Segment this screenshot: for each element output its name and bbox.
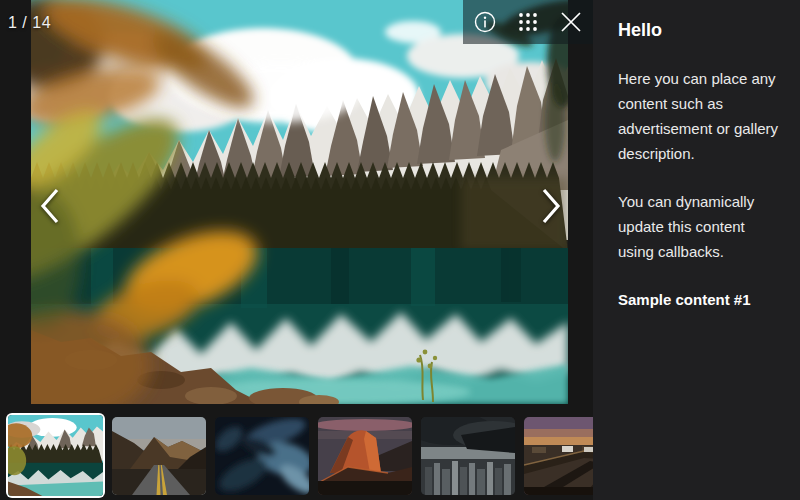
thumbnail-highway-overpass[interactable] <box>524 417 593 495</box>
sidebar-paragraph-1: Here you can place any content such as a… <box>618 66 784 166</box>
grid-dots-icon <box>516 10 540 34</box>
chevron-left-icon <box>38 186 62 226</box>
lightbox-toolbar <box>463 0 593 44</box>
thumbnail-art <box>421 417 515 495</box>
sidebar-paragraph-2: You can dynamically update this content … <box>618 189 784 264</box>
thumbnails-button[interactable] <box>507 0 549 44</box>
thumbnail-mountain-lake[interactable] <box>8 415 103 496</box>
image-counter: 1 / 14 <box>8 14 51 32</box>
close-button[interactable] <box>550 0 592 44</box>
thumbnail-art <box>215 417 309 495</box>
sidebar-sample-note: Sample content #1 <box>618 287 784 312</box>
prev-button[interactable] <box>35 185 65 227</box>
main-image[interactable] <box>31 0 568 404</box>
thumbnail-strip <box>0 411 593 500</box>
image-stage: 1 / 14 <box>0 0 593 404</box>
close-icon <box>558 9 584 35</box>
next-button[interactable] <box>536 185 566 227</box>
sidebar-title: Hello <box>618 20 784 41</box>
thumbnail-art <box>524 417 593 495</box>
content-sidebar: Hello Here you can place any content suc… <box>593 0 800 500</box>
thumbnail-blue-abstract[interactable] <box>215 417 309 495</box>
thumbnail-art <box>112 417 206 495</box>
lightbox-gallery: 1 / 14 <box>0 0 593 500</box>
info-button[interactable] <box>464 0 506 44</box>
thumbnail-mountain-road[interactable] <box>112 417 206 495</box>
thumbnail-red-rock[interactable] <box>318 417 412 495</box>
chevron-right-icon <box>539 186 563 226</box>
thumbnail-art <box>318 417 412 495</box>
info-icon <box>472 9 498 35</box>
thumbnail-storm-city[interactable] <box>421 417 515 495</box>
thumbnail-art <box>8 415 103 496</box>
